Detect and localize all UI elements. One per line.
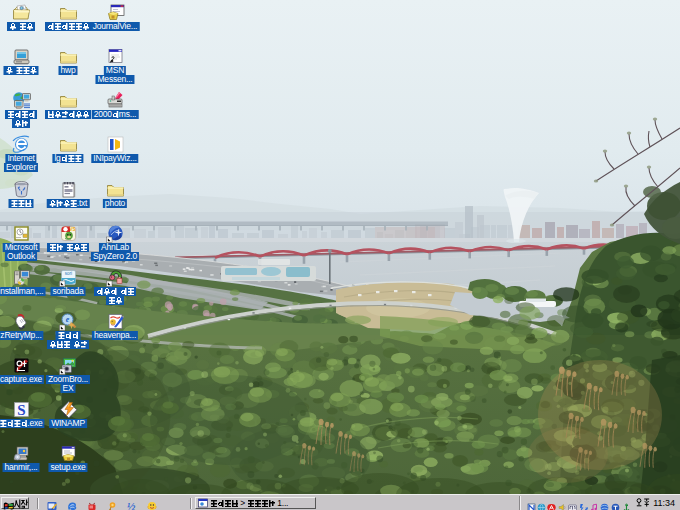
svg-text:sori: sori [65,271,72,276]
svg-text:VS: VS [69,227,75,232]
svg-text:e: e [66,315,70,324]
svg-text:½: ½ [127,501,136,510]
svg-text:S: S [17,402,25,418]
